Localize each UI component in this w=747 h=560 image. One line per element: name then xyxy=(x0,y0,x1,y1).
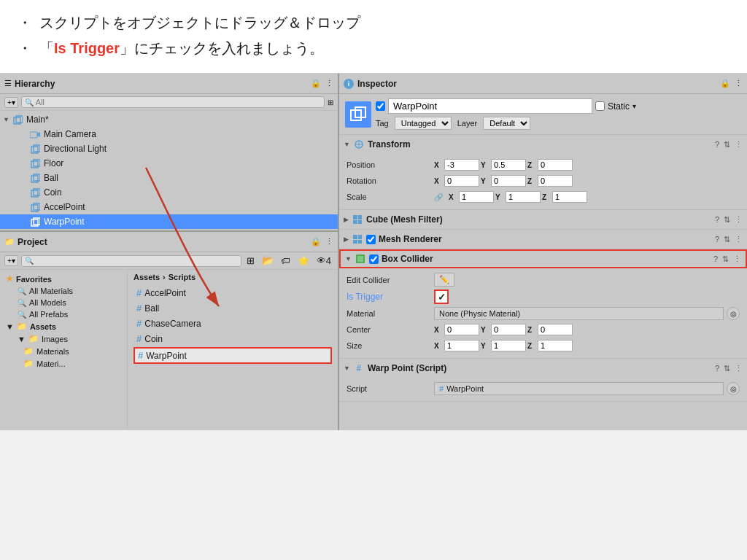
hierarchy-search-input[interactable] xyxy=(36,98,321,106)
transform-body: Position X Y Z xyxy=(339,154,747,209)
layer-select[interactable]: Default xyxy=(483,117,530,130)
ball-cube-icon xyxy=(29,172,41,184)
hierarchy-item-main-camera[interactable]: Main Camera xyxy=(0,127,338,141)
hierarchy-item-accelpoint[interactable]: AccelPoint xyxy=(0,200,338,214)
project-icon-tag[interactable]: 🏷 xyxy=(279,254,293,267)
material-select-btn[interactable]: ◎ xyxy=(727,307,740,320)
mesh-filter-help-icon[interactable]: ? xyxy=(715,215,719,224)
project-icon-folder2[interactable]: 📂 xyxy=(260,254,276,267)
script-ball[interactable]: # Ball xyxy=(133,301,332,315)
transform-header[interactable]: ▼ Transform ? ⇅ ⋮ xyxy=(339,135,747,154)
rotation-z-input[interactable] xyxy=(538,175,573,187)
assets-materials2[interactable]: 📁 Materi... xyxy=(0,357,127,370)
rotation-y-input[interactable] xyxy=(491,175,526,187)
project-all-models[interactable]: 🔍 All Models xyxy=(0,297,127,308)
scale-z-input[interactable] xyxy=(552,191,587,203)
transform-settings-icon[interactable]: ⇅ xyxy=(724,140,730,149)
assets-images[interactable]: ▼ 📁 Images xyxy=(0,332,127,345)
hierarchy-item-warppoint[interactable]: WarpPoint xyxy=(0,214,338,229)
project-icon-refresh[interactable]: ⊞ xyxy=(244,254,257,267)
hierarchy-item-main[interactable]: ▼ Main* xyxy=(0,112,338,127)
warp-script-settings-icon[interactable]: ⇅ xyxy=(724,364,730,373)
materials2-folder-img: 📁 xyxy=(23,359,34,368)
hierarchy-item-coin[interactable]: Coin xyxy=(0,185,338,200)
transform-section: ▼ Transform ? ⇅ ⋮ Position xyxy=(339,135,747,210)
hierarchy-item-floor[interactable]: Floor xyxy=(0,156,338,171)
project-lock-icon[interactable]: 🔒 xyxy=(311,237,321,246)
mesh-filter-settings-icon[interactable]: ⇅ xyxy=(724,215,730,225)
magnifier-icon: 🔍 xyxy=(18,287,26,295)
script-warppoint[interactable]: # WarpPoint xyxy=(133,347,332,364)
mesh-renderer-header[interactable]: ▶ Mesh Renderer ? ⇅ ⋮ xyxy=(339,230,747,249)
mesh-renderer-settings-icon[interactable]: ⇅ xyxy=(724,235,730,244)
is-trigger-checkbox[interactable] xyxy=(434,289,449,304)
mesh-renderer-help-icon[interactable]: ? xyxy=(715,235,719,244)
position-y-input[interactable] xyxy=(491,159,526,171)
hierarchy-dots-icon[interactable]: ⋮ xyxy=(325,79,333,88)
inspector-lock-icon[interactable]: 🔒 xyxy=(720,79,730,88)
static-checkbox[interactable] xyxy=(595,101,605,111)
mesh-filter-header[interactable]: ▶ Cube (Mesh Filter) ? ⇅ ⋮ xyxy=(339,210,747,229)
warp-script-header[interactable]: ▼ # Warp Point (Script) ? ⇅ ⋮ xyxy=(339,359,747,378)
mesh-filter-dots-icon[interactable]: ⋮ xyxy=(735,215,743,225)
script-select-btn[interactable]: ◎ xyxy=(727,382,740,395)
size-y-input[interactable] xyxy=(491,340,526,351)
project-search-input[interactable] xyxy=(36,257,238,265)
scale-x-input[interactable] xyxy=(459,191,494,203)
position-z-input[interactable] xyxy=(538,159,573,171)
hierarchy-item-directional-light[interactable]: Directional Light xyxy=(0,141,338,156)
hierarchy-filter-icon[interactable]: ⊞ xyxy=(328,98,333,106)
transform-dots-icon[interactable]: ⋮ xyxy=(735,140,743,149)
inspector-dots-icon[interactable]: ⋮ xyxy=(735,79,743,88)
transform-help-icon[interactable]: ? xyxy=(715,140,719,149)
warp-script-dots-icon[interactable]: ⋮ xyxy=(735,364,743,373)
script-accelpoint[interactable]: # AccelPoint xyxy=(133,286,332,300)
hierarchy-item-ball[interactable]: Ball xyxy=(0,171,338,185)
scale-y-input[interactable] xyxy=(506,191,541,203)
object-header: Static ▾ Tag Untagged Layer Default xyxy=(339,94,747,135)
box-collider-help-icon[interactable]: ? xyxy=(713,254,718,263)
mesh-renderer-checkbox[interactable] xyxy=(366,235,376,244)
static-dropdown-icon[interactable]: ▾ xyxy=(632,102,636,110)
script-chasecamera[interactable]: # ChaseCamera xyxy=(133,316,332,330)
position-x-input[interactable] xyxy=(444,159,479,171)
rotation-x-input[interactable] xyxy=(444,175,479,187)
box-collider-header[interactable]: ▼ Box Collider ? ⇅ ⋮ xyxy=(339,249,747,268)
project-all-materials[interactable]: 🔍 All Materials xyxy=(0,285,127,297)
assets-materials[interactable]: 📁 Materials xyxy=(0,345,127,357)
box-collider-checkbox[interactable] xyxy=(369,254,379,264)
mesh-renderer-dots-icon[interactable]: ⋮ xyxy=(735,235,743,244)
project-icon-eye[interactable]: 👁4 xyxy=(314,254,333,267)
hierarchy-add-button[interactable]: +▾ xyxy=(4,97,18,108)
hierarchy-lock-icon[interactable]: 🔒 xyxy=(311,79,321,88)
size-z-input[interactable] xyxy=(538,340,573,351)
box-collider-dots-icon[interactable]: ⋮ xyxy=(733,254,741,264)
warp-script-help-icon[interactable]: ? xyxy=(715,364,719,373)
assets-section[interactable]: ▼ 📁 Assets xyxy=(0,320,127,332)
tag-select[interactable]: Untagged xyxy=(395,117,452,130)
box-collider-body: Edit Collider ✏️ Is Trigger xyxy=(339,268,747,358)
project-search-box[interactable]: 🔍 xyxy=(21,255,241,267)
project-add-button[interactable]: +▾ xyxy=(4,255,18,266)
box-collider-settings-icon[interactable]: ⇅ xyxy=(722,254,729,264)
warppoint-cube-icon xyxy=(29,216,41,228)
project-dots-icon[interactable]: ⋮ xyxy=(325,237,333,246)
tag-layer-row: Tag Untagged Layer Default xyxy=(376,117,741,130)
project-all-prefabs[interactable]: 🔍 All Prefabs xyxy=(0,308,127,320)
size-x-input[interactable] xyxy=(444,340,479,351)
hierarchy-search-box[interactable]: 🔍 xyxy=(21,96,325,108)
center-y-input[interactable] xyxy=(491,324,526,335)
warp-script-title: Warp Point (Script) xyxy=(368,363,715,373)
center-x-input[interactable] xyxy=(444,324,479,335)
hierarchy-list: ▼ Main* Main Camera xyxy=(0,111,338,230)
script-ref-label: Script xyxy=(347,384,434,393)
project-icon-star[interactable]: ⭐ xyxy=(295,254,311,267)
center-z-input[interactable] xyxy=(538,324,573,335)
project-title: Project xyxy=(18,237,311,247)
object-name-input[interactable] xyxy=(388,98,592,114)
left-panel: ☰ Hierarchy 🔒 ⋮ +▾ 🔍 ⊞ ▼ xyxy=(0,74,339,430)
object-active-checkbox[interactable] xyxy=(376,101,385,111)
favorites-section[interactable]: ★ Favorites xyxy=(0,273,127,285)
edit-collider-button[interactable]: ✏️ xyxy=(434,273,454,287)
script-coin[interactable]: # Coin xyxy=(133,332,332,346)
